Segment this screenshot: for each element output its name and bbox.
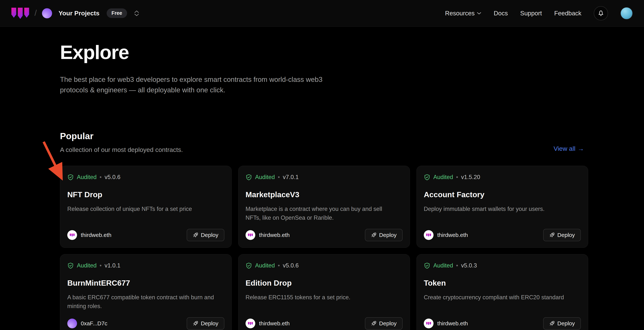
page-subtitle: The best place for web3 developers to ex… [60,74,341,95]
contract-version: v5.0.6 [283,262,298,269]
rocket-icon [193,321,198,326]
shield-check-icon [246,262,252,269]
deploy-label: Deploy [379,232,396,238]
dot-separator: • [456,262,458,269]
view-all-link[interactable]: View all → [554,145,584,153]
contract-version: v5.0.6 [104,174,120,181]
page-title: Explore [60,41,584,63]
audited-badge: Audited [255,262,275,269]
publisher-name: thirdweb.eth [259,320,290,327]
publisher[interactable]: thirdweb.eth [424,230,468,240]
contract-description: Deploy immutable smart wallets for your … [424,205,574,214]
shield-check-icon [67,262,74,269]
deploy-label: Deploy [558,232,575,238]
view-all-label: View all [554,145,576,152]
thirdweb-logo-icon[interactable] [11,8,29,19]
thirdweb-avatar-icon [246,230,255,240]
thirdweb-avatar-icon [424,319,434,328]
deploy-button[interactable]: Deploy [543,229,581,241]
contract-card-edition-drop[interactable]: Audited • v5.0.6 Edition Drop Release ER… [238,254,410,330]
contract-version: v5.0.3 [461,262,477,269]
contract-version: v7.0.1 [283,174,298,181]
publisher[interactable]: thirdweb.eth [67,230,111,240]
top-header: / Your Projects Free Resources Docs Supp… [0,0,644,26]
audited-badge: Audited [77,262,96,269]
deploy-button[interactable]: Deploy [365,317,402,330]
contract-card-nft-drop[interactable]: Audited • v5.0.6 NFT Drop Release collec… [60,166,232,248]
shield-check-icon [424,262,430,269]
popular-section-subtitle: A collection of our most deployed contra… [60,146,183,153]
contract-version: v1.0.1 [104,262,120,269]
bell-icon [597,9,605,17]
contract-version: v1.5.20 [461,174,480,181]
contract-title: NFT Drop [67,190,224,199]
deploy-button[interactable]: Deploy [187,317,224,330]
audited-badge: Audited [433,262,453,269]
publisher-name: thirdweb.eth [437,320,468,327]
contract-description: Release collection of unique NFTs for a … [67,205,217,214]
nav-docs[interactable]: Docs [494,10,508,17]
contract-title: MarketplaceV3 [246,190,402,199]
publisher[interactable]: thirdweb.eth [246,319,290,328]
contract-title: BurnMintERC677 [67,279,224,288]
contracts-grid: Audited • v5.0.6 NFT Drop Release collec… [60,166,584,330]
contract-description: A basic ERC677 compatible token contract… [67,293,217,311]
plan-badge: Free [107,8,127,18]
publisher[interactable]: 0xaF...D7c [67,319,108,328]
dot-separator: • [456,174,458,181]
nav-resources-label: Resources [445,10,475,17]
publisher-name: thirdweb.eth [259,232,290,238]
publisher-name: thirdweb.eth [81,232,111,238]
rocket-icon [193,232,198,238]
thirdweb-avatar-icon [424,230,434,240]
project-name[interactable]: Your Projects [58,9,100,17]
breadcrumb-separator: / [34,8,37,17]
publisher[interactable]: thirdweb.eth [424,319,468,328]
dot-separator: • [100,174,102,181]
notifications-button[interactable] [594,6,608,20]
shield-check-icon [67,174,74,181]
contract-description: Marketplace is a contract where you can … [246,205,396,222]
contract-card-account-factory[interactable]: Audited • v1.5.20 Account Factory Deploy… [416,166,588,248]
dot-separator: • [278,262,280,269]
deploy-label: Deploy [201,232,218,238]
contract-card-token[interactable]: Audited • v5.0.3 Token Create cryptocurr… [416,254,588,330]
contract-description: Create cryptocurrency compliant with ERC… [424,293,574,302]
user-avatar[interactable] [620,7,633,19]
shield-check-icon [246,174,252,181]
rocket-icon [371,232,376,238]
contract-title: Token [424,279,581,288]
nav-resources[interactable]: Resources [445,10,482,17]
deploy-label: Deploy [201,320,218,327]
contract-title: Edition Drop [246,279,402,288]
publisher-name: 0xaF...D7c [81,320,108,327]
deploy-button[interactable]: Deploy [365,229,402,241]
audited-badge: Audited [255,174,275,181]
publisher[interactable]: thirdweb.eth [246,230,290,240]
contract-card-burnminterc677[interactable]: Audited • v1.0.1 BurnMintERC677 A basic … [60,254,232,330]
rocket-icon [549,232,554,238]
audited-badge: Audited [77,174,96,181]
audited-badge: Audited [433,174,453,181]
publisher-name: thirdweb.eth [437,232,468,238]
popular-section-title: Popular [60,131,183,141]
wallet-avatar [67,319,77,328]
nav-support[interactable]: Support [520,10,542,17]
dot-separator: • [100,262,102,269]
thirdweb-avatar-icon [67,230,77,240]
deploy-label: Deploy [558,320,575,327]
dot-separator: • [278,174,280,181]
contract-description: Release ERC1155 tokens for a set price. [246,293,396,302]
nav-feedback[interactable]: Feedback [554,10,582,17]
contract-card-marketplacev3[interactable]: Audited • v7.0.1 MarketplaceV3 Marketpla… [238,166,410,248]
deploy-button[interactable]: Deploy [543,317,581,330]
project-avatar[interactable] [42,8,52,18]
rocket-icon [549,321,554,326]
thirdweb-avatar-icon [246,319,255,328]
chevron-down-icon [477,12,481,14]
project-switcher-icon[interactable] [134,10,139,16]
shield-check-icon [424,174,430,181]
right-arrow-icon: → [578,145,584,152]
contract-title: Account Factory [424,190,581,199]
deploy-button[interactable]: Deploy [187,229,224,241]
